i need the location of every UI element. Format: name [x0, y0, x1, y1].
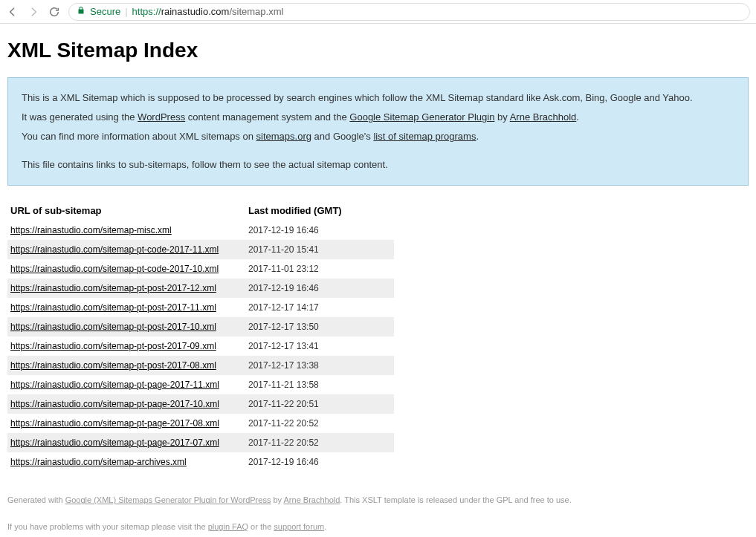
- url-separator: |: [125, 6, 127, 17]
- sitemap-link[interactable]: https://rainastudio.com/sitemap-pt-page-…: [10, 437, 219, 448]
- address-bar[interactable]: Secure | https://rainastudio.com/sitemap…: [68, 3, 750, 21]
- info-box: This is a XML Sitemap which is supposed …: [7, 77, 749, 186]
- sitemap-link[interactable]: https://rainastudio.com/sitemap-misc.xml: [10, 225, 172, 235]
- table-row: https://rainastudio.com/sitemap-archives…: [7, 452, 394, 472]
- footer-problems: If you have problems with your sitemap p…: [7, 521, 749, 534]
- table-row: https://rainastudio.com/sitemap-pt-post-…: [7, 298, 394, 317]
- forward-button[interactable]: [27, 5, 40, 19]
- sitemap-link[interactable]: https://rainastudio.com/sitemap-pt-page-…: [10, 399, 219, 409]
- table-row: https://rainastudio.com/sitemap-pt-page-…: [7, 394, 394, 414]
- sitemap-date-cell: 2017-11-22 20:51: [245, 394, 394, 414]
- sitemap-url-cell: https://rainastudio.com/sitemap-pt-code-…: [7, 240, 245, 259]
- info-line-1: This is a XML Sitemap which is supposed …: [22, 90, 734, 106]
- table-row: https://rainastudio.com/sitemap-pt-post-…: [7, 317, 394, 336]
- sitemap-link[interactable]: https://rainastudio.com/sitemap-pt-post-…: [10, 341, 216, 351]
- page-content: XML Sitemap Index This is a XML Sitemap …: [0, 24, 756, 537]
- url-text: https://rainastudio.com/sitemap.xml: [132, 6, 284, 17]
- sitemap-date-cell: 2017-11-21 13:58: [245, 375, 394, 394]
- wordpress-link[interactable]: WordPress: [138, 111, 185, 123]
- sitemap-link[interactable]: https://rainastudio.com/sitemap-pt-post-…: [10, 302, 216, 313]
- sitemap-link[interactable]: https://rainastudio.com/sitemap-pt-post-…: [10, 360, 216, 371]
- sitemap-date-cell: 2017-11-20 15:41: [245, 240, 394, 259]
- support-forum-link[interactable]: support forum: [274, 522, 324, 531]
- sitemap-link[interactable]: https://rainastudio.com/sitemap-pt-page-…: [10, 380, 219, 390]
- sitemaps-org-link[interactable]: sitemaps.org: [256, 131, 311, 142]
- sitemap-url-cell: https://rainastudio.com/sitemap-archives…: [7, 452, 245, 472]
- sitemap-programs-link[interactable]: list of sitemap programs: [373, 131, 476, 142]
- sitemap-url-cell: https://rainastudio.com/sitemap-pt-code-…: [7, 259, 245, 279]
- sitemap-date-cell: 2017-12-17 14:17: [245, 298, 394, 317]
- table-row: https://rainastudio.com/sitemap-pt-post-…: [7, 279, 394, 298]
- table-row: https://rainastudio.com/sitemap-pt-page-…: [7, 433, 394, 452]
- table-row: https://rainastudio.com/sitemap-pt-page-…: [7, 414, 394, 433]
- reload-button[interactable]: [48, 5, 61, 19]
- footer: Generated with Google (XML) Sitemaps Gen…: [7, 494, 749, 533]
- table-row: https://rainastudio.com/sitemap-pt-post-…: [7, 356, 394, 375]
- info-line-3: You can find more information about XML …: [22, 128, 734, 145]
- table-row: https://rainastudio.com/sitemap-pt-code-…: [7, 259, 394, 279]
- table-row: https://rainastudio.com/sitemap-pt-page-…: [7, 375, 394, 394]
- table-row: https://rainastudio.com/sitemap-misc.xml…: [7, 221, 394, 240]
- table-row: https://rainastudio.com/sitemap-pt-post-…: [7, 336, 394, 356]
- secure-label: Secure: [90, 6, 120, 17]
- sitemap-date-cell: 2017-12-19 16:46: [245, 221, 394, 240]
- sitemap-date-cell: 2017-12-17 13:38: [245, 356, 394, 375]
- sitemap-link[interactable]: https://rainastudio.com/sitemap-pt-page-…: [10, 418, 219, 429]
- sitemap-table: URL of sub-sitemap Last modified (GMT) h…: [7, 201, 394, 472]
- back-button[interactable]: [6, 5, 19, 19]
- sitemap-date-cell: 2017-12-19 16:46: [245, 452, 394, 472]
- info-line-2: It was generated using the WordPress con…: [22, 109, 734, 126]
- column-header-url: URL of sub-sitemap: [7, 201, 245, 221]
- sitemap-url-cell: https://rainastudio.com/sitemap-pt-post-…: [7, 279, 245, 298]
- sitemap-url-cell: https://rainastudio.com/sitemap-misc.xml: [7, 221, 245, 240]
- info-line-4: This file contains links to sub-sitemaps…: [22, 157, 734, 173]
- sitemap-url-cell: https://rainastudio.com/sitemap-pt-post-…: [7, 336, 245, 356]
- browser-toolbar: Secure | https://rainastudio.com/sitemap…: [0, 0, 756, 24]
- sitemap-date-cell: 2017-12-17 13:41: [245, 336, 394, 356]
- sitemap-url-cell: https://rainastudio.com/sitemap-pt-page-…: [7, 375, 245, 394]
- sitemap-link[interactable]: https://rainastudio.com/sitemap-pt-post-…: [10, 283, 216, 293]
- sitemap-url-cell: https://rainastudio.com/sitemap-pt-page-…: [7, 394, 245, 414]
- sitemap-link[interactable]: https://rainastudio.com/sitemap-pt-code-…: [10, 244, 219, 255]
- footer-author-link[interactable]: Arne Brachhold: [284, 495, 340, 504]
- footer-plugin-link[interactable]: Google (XML) Sitemaps Generator Plugin f…: [65, 495, 271, 504]
- sitemap-date-cell: 2017-11-01 23:12: [245, 259, 394, 279]
- sitemap-link[interactable]: https://rainastudio.com/sitemap-archives…: [10, 457, 187, 467]
- plugin-faq-link[interactable]: plugin FAQ: [208, 522, 248, 531]
- table-row: https://rainastudio.com/sitemap-pt-code-…: [7, 240, 394, 259]
- sitemap-link[interactable]: https://rainastudio.com/sitemap-pt-post-…: [10, 322, 216, 332]
- sitemap-url-cell: https://rainastudio.com/sitemap-pt-post-…: [7, 317, 245, 336]
- sitemap-date-cell: 2017-12-19 16:46: [245, 279, 394, 298]
- footer-generated: Generated with Google (XML) Sitemaps Gen…: [7, 494, 749, 507]
- lock-icon: [77, 6, 85, 17]
- sitemap-url-cell: https://rainastudio.com/sitemap-pt-post-…: [7, 356, 245, 375]
- sitemap-date-cell: 2017-11-22 20:52: [245, 433, 394, 452]
- sitemap-date-cell: 2017-12-17 13:50: [245, 317, 394, 336]
- sitemap-link[interactable]: https://rainastudio.com/sitemap-pt-code-…: [10, 264, 219, 274]
- sitemap-url-cell: https://rainastudio.com/sitemap-pt-page-…: [7, 414, 245, 433]
- sitemap-date-cell: 2017-11-22 20:52: [245, 414, 394, 433]
- author-link[interactable]: Arne Brachhold: [510, 111, 577, 123]
- page-title: XML Sitemap Index: [7, 39, 749, 62]
- column-header-date: Last modified (GMT): [245, 201, 394, 221]
- plugin-link[interactable]: Google Sitemap Generator Plugin: [349, 111, 494, 123]
- sitemap-url-cell: https://rainastudio.com/sitemap-pt-page-…: [7, 433, 245, 452]
- sitemap-url-cell: https://rainastudio.com/sitemap-pt-post-…: [7, 298, 245, 317]
